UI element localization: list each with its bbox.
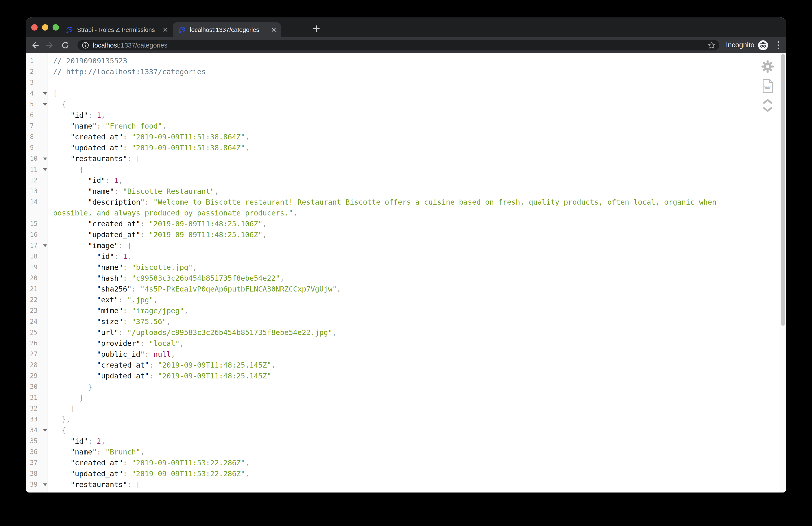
code-text: "sha256": "4s5P-PkEqa1vP0qeAp6putbFLNCA3…	[53, 284, 341, 295]
code-text: "updated_at": "2019-09-09T11:53:22.286Z"…	[53, 468, 249, 479]
line-number: 32	[26, 403, 48, 414]
code-line: 9 "updated_at": "2019-09-09T11:51:38.864…	[26, 142, 786, 153]
close-window-button[interactable]	[31, 24, 38, 31]
back-arrow-icon	[30, 41, 39, 50]
code-text: "created_at": "2019-09-09T11:48:25.145Z"…	[53, 360, 276, 371]
code-line: 33 },	[26, 414, 786, 425]
line-number: 25	[26, 327, 48, 338]
code-text: "restaurants": [	[53, 153, 140, 164]
line-number: 1	[26, 56, 48, 66]
json-code: 1// 201909091355232// http://localhost:1…	[26, 53, 786, 493]
code-line: 31 }	[26, 392, 786, 403]
code-text: possible, and always produced by passion…	[53, 208, 298, 219]
line-number: 31	[26, 392, 48, 403]
line-number: 26	[26, 338, 48, 349]
line-number: 15	[26, 219, 48, 229]
forward-button[interactable]	[45, 40, 56, 51]
code-line: 18 "id": 1,	[26, 251, 786, 262]
chevron-up-icon[interactable]	[763, 99, 772, 104]
code-line: 17 "image": {	[26, 240, 786, 251]
tab-close-icon[interactable]	[163, 27, 168, 33]
fold-toggle-icon[interactable]	[43, 92, 47, 95]
line-number: 18	[26, 251, 48, 262]
line-number: 16	[26, 229, 48, 240]
window-controls	[31, 24, 59, 31]
viewer-settings-button[interactable]	[761, 60, 774, 74]
line-number: 37	[26, 457, 48, 468]
tab-localhost-categories[interactable]: localhost:1337/categories	[173, 22, 281, 37]
url-text: localhost:1337/categories	[93, 42, 168, 49]
code-line: 27 "public_id": null,	[26, 349, 786, 360]
minimize-window-button[interactable]	[42, 24, 48, 31]
fold-toggle-icon[interactable]	[43, 168, 47, 171]
forward-arrow-icon	[46, 41, 55, 50]
code-text: }	[53, 381, 92, 392]
three-dot-menu-icon	[777, 41, 780, 50]
fold-toggle-icon[interactable]	[43, 483, 47, 486]
bookmark-button[interactable]	[708, 41, 716, 50]
code-line: 12 "id": 1,	[26, 175, 786, 186]
back-button[interactable]	[29, 40, 40, 51]
new-tab-button[interactable]	[311, 23, 322, 34]
svg-text:RAW: RAW	[764, 86, 770, 90]
tab-title: localhost:1337/categories	[190, 27, 267, 33]
code-text: "image": {	[53, 240, 132, 251]
strapi-favicon-icon	[65, 26, 73, 34]
code-line: 7 "name": "French food",	[26, 121, 786, 132]
code-line: 5 {	[26, 99, 786, 110]
code-line: 6 "id": 1,	[26, 110, 786, 121]
line-number: 22	[26, 295, 48, 305]
address-bar[interactable]: localhost:1337/categories	[77, 40, 719, 50]
code-text: "public_id": null,	[53, 349, 175, 360]
browser-menu-button[interactable]	[774, 40, 783, 51]
line-number: 30	[26, 381, 48, 392]
vertical-scrollbar[interactable]	[780, 53, 786, 493]
reload-icon	[60, 41, 70, 50]
code-text: "created_at": "2019-09-09T11:48:25.106Z"…	[53, 219, 267, 229]
code-line-wrap: possible, and always produced by passion…	[26, 208, 786, 219]
line-number: 2	[26, 66, 48, 77]
scrollbar-thumb[interactable]	[781, 54, 785, 326]
incognito-icon	[758, 40, 768, 50]
plus-icon	[313, 25, 320, 33]
code-text: },	[53, 414, 71, 425]
incognito-avatar[interactable]	[758, 40, 768, 51]
code-text: "name": "French food",	[53, 121, 166, 132]
code-line: 30 }	[26, 381, 786, 392]
code-line: 29 "updated_at": "2019-09-09T11:48:25.14…	[26, 371, 786, 381]
line-number: 38	[26, 468, 48, 479]
page-info-icon[interactable]	[82, 42, 89, 49]
reload-button[interactable]	[60, 40, 71, 51]
code-text: "restaurants": [	[53, 479, 140, 490]
code-line: 32 ]	[26, 403, 786, 414]
code-line: 4[	[26, 88, 786, 99]
code-line: 21 "sha256": "4s5P-PkEqa1vP0qeAp6putbFLN…	[26, 284, 786, 295]
code-line: 22 "ext": ".jpg",	[26, 295, 786, 305]
line-number: 19	[26, 262, 48, 273]
code-text: "name": "Brunch",	[53, 447, 145, 457]
code-line: 23 "mime": "image/jpeg",	[26, 305, 786, 316]
tab-close-icon[interactable]	[271, 27, 276, 33]
line-number: 28	[26, 360, 48, 371]
code-line: 19 "name": "biscotte.jpg",	[26, 262, 786, 273]
line-number: 6	[26, 110, 48, 121]
code-line: 37 "created_at": "2019-09-09T11:53:22.28…	[26, 457, 786, 468]
fold-toggle-icon[interactable]	[43, 429, 47, 432]
code-text: "url": "/uploads/c99583c3c26b454b851735f…	[53, 327, 337, 338]
fold-toggle-icon[interactable]	[43, 157, 47, 160]
tab-title: Strapi - Roles & Permissions	[77, 27, 159, 33]
browser-window: Strapi - Roles & Permissions localhost:1…	[26, 17, 786, 493]
fold-toggle-icon[interactable]	[43, 244, 47, 247]
line-number: 21	[26, 284, 48, 295]
code-text: "created_at": "2019-09-09T11:51:38.864Z"…	[53, 132, 249, 142]
tab-strapi-roles-permissions[interactable]: Strapi - Roles & Permissions	[60, 22, 173, 37]
zoom-window-button[interactable]	[53, 24, 59, 31]
fold-toggle-icon[interactable]	[43, 103, 47, 106]
chevron-down-icon[interactable]	[763, 107, 772, 112]
view-raw-button[interactable]: RAW	[762, 78, 773, 94]
code-text: }	[53, 392, 84, 403]
code-text: ]	[53, 403, 75, 414]
line-number: 36	[26, 447, 48, 457]
code-text: // http://localhost:1337/categories	[53, 66, 206, 77]
browser-toolbar: localhost:1337/categories Incognito	[26, 37, 786, 53]
